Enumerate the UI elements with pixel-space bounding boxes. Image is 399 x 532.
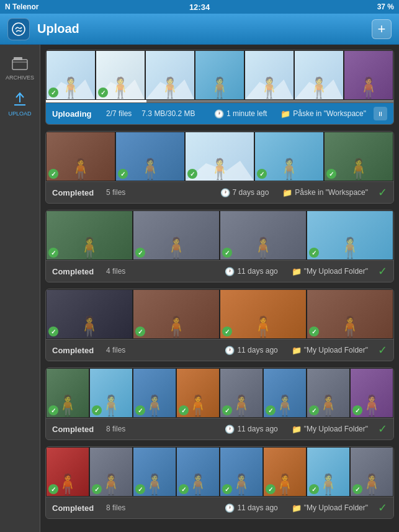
check-badge: ✓ <box>309 327 319 336</box>
clock-icon: 🕐 <box>214 109 224 119</box>
folder-name: "My Upload Folder" <box>304 425 368 433</box>
thumbnail-row: 🧍✓🧍✓🧍✓🧍✓ <box>46 289 393 339</box>
check-badge: ✓ <box>48 327 58 336</box>
time-text: 1 minute left <box>226 109 267 118</box>
person-silhouette: 🧍 <box>338 236 362 259</box>
check-badge: ✓ <box>309 248 319 258</box>
thumbnail-item[interactable]: 🧍✓ <box>220 448 262 496</box>
sidebar-item-archives[interactable]: ARCHIVES <box>0 50 40 86</box>
thumbnail-item[interactable]: 🧍✓ <box>264 448 306 496</box>
status-label: Completed <box>52 267 99 276</box>
time-info: 🕐 1 minute left <box>214 109 267 119</box>
thumbnail-item[interactable]: 🧍✓ <box>47 369 89 417</box>
check-badge: ✓ <box>135 327 145 336</box>
time-info: 🕐 11 days ago <box>225 503 277 513</box>
svg-rect-1 <box>12 60 27 70</box>
thumbnail-item[interactable]: 🧍 <box>295 51 343 99</box>
thumbnail-item[interactable]: 🧍✓ <box>133 448 176 496</box>
add-button[interactable]: + <box>372 19 392 39</box>
thumbnail-item[interactable]: 🧍✓ <box>220 211 306 259</box>
thumbnail-row: 🧍✓🧍✓🧍✓🧍✓🧍✓🧍✓🧍✓🧍✓ <box>46 368 393 418</box>
thumbnail-item[interactable]: 🧍✓ <box>220 290 306 338</box>
thumbnail-item[interactable]: 🧍✓ <box>186 132 254 181</box>
thumbnail-item[interactable]: 🧍✓ <box>47 51 95 99</box>
thumbnail-item[interactable]: 🧍✓ <box>47 290 132 338</box>
thumbnail-item[interactable]: 🧍✓ <box>133 290 219 338</box>
thumbnail-item[interactable]: 🧍✓ <box>351 369 393 417</box>
sidebar: ARCHIVES UPLOAD <box>0 45 40 532</box>
person-silhouette: 🧍 <box>58 76 83 99</box>
battery-label: 37 % <box>377 2 394 11</box>
time-text: 11 days ago <box>237 346 277 354</box>
check-badge: ✓ <box>352 484 362 494</box>
person-silhouette: 🧍 <box>142 472 167 496</box>
thumbnail-item[interactable]: 🧍✓ <box>307 369 349 417</box>
folder-info: 📁 "My Upload Folder" <box>292 503 368 513</box>
thumbnail-row: 🧍✓🧍✓🧍✓🧍✓🧍✓ <box>46 132 393 181</box>
check-badge: ✓ <box>326 169 336 179</box>
size-info: 7.3 MB/30.2 MB <box>141 109 195 118</box>
thumbnail-item[interactable]: 🧍✓ <box>307 211 393 259</box>
status-label: Uploading <box>52 109 99 119</box>
thumbnail-item[interactable]: 🧍✓ <box>177 369 219 417</box>
thumbnail-item[interactable]: 🧍✓ <box>133 369 176 417</box>
person-silhouette: 🧍 <box>207 157 232 181</box>
app-logo <box>7 18 30 40</box>
person-silhouette: 🧍 <box>257 76 282 99</box>
person-silhouette: 🧍 <box>316 394 341 417</box>
folder-icon: 📁 <box>292 503 302 513</box>
thumbnail-item[interactable]: 🧍✓ <box>264 369 306 417</box>
thumbnail-item[interactable]: 🧍✓ <box>133 211 219 259</box>
thumbnail-item[interactable]: 🧍 <box>195 51 244 99</box>
top-bar: Upload + <box>0 14 399 45</box>
check-badge: ✓ <box>352 405 362 415</box>
thumbnail-item[interactable]: 🧍 <box>146 51 194 99</box>
person-silhouette: 🧍 <box>272 472 297 496</box>
check-badge: ✓ <box>179 405 189 415</box>
person-silhouette: 🧍 <box>55 472 80 496</box>
thumbnail-item[interactable]: 🧍✓ <box>177 448 219 496</box>
folder-info: 📁 Påske in "Workspace" <box>280 109 366 119</box>
check-badge: ✓ <box>222 248 232 258</box>
archives-icon <box>11 55 29 72</box>
clock-icon: 🕐 <box>225 503 235 513</box>
person-silhouette: 🧍 <box>316 472 341 496</box>
status-bar: N Telenor 12:34 37 % <box>0 0 399 14</box>
thumbnail-item[interactable]: 🧍✓ <box>255 132 323 181</box>
check-badge: ✓ <box>92 484 102 494</box>
thumbnail-item[interactable]: 🧍✓ <box>307 448 349 496</box>
archives-label: ARCHIVES <box>6 74 34 81</box>
thumbnail-item[interactable]: 🧍 <box>344 51 393 99</box>
clock-icon: 🕐 <box>225 346 235 355</box>
thumbnail-item[interactable]: 🧍✓ <box>47 448 89 496</box>
folder-name: Påske in "Workspace" <box>295 188 368 197</box>
thumbnail-item[interactable]: 🧍✓ <box>116 132 184 181</box>
thumbnail-row: 🧍✓🧍✓🧍✓🧍✓ <box>46 210 393 260</box>
folder-name: "My Upload Folder" <box>304 503 368 512</box>
completed-check-icon: ✓ <box>378 343 387 357</box>
batch-card-batch3: 🧍✓🧍✓🧍✓🧍✓ Completed 4 files 🕐 11 days ago… <box>45 289 394 361</box>
thumbnail-item[interactable]: 🧍✓ <box>96 51 145 99</box>
info-bar: Completed 8 files 🕐 11 days ago 📁 "My Up… <box>46 497 393 518</box>
thumbnail-item[interactable]: 🧍 <box>245 51 294 99</box>
files-count: 5 files <box>106 188 125 197</box>
thumbnail-item[interactable]: 🧍✓ <box>351 448 393 496</box>
thumbnail-item[interactable]: 🧍✓ <box>325 132 393 181</box>
thumbnail-item[interactable]: 🧍✓ <box>307 290 393 338</box>
pause-button[interactable]: ⏸ <box>374 107 387 120</box>
folder-icon: 📁 <box>292 267 302 276</box>
person-silhouette: 🧍 <box>229 394 254 417</box>
sidebar-item-upload[interactable]: UPLOAD <box>0 86 40 122</box>
check-badge: ✓ <box>222 405 232 415</box>
check-badge: ✓ <box>266 405 276 415</box>
check-badge: ✓ <box>48 248 58 258</box>
thumbnail-item[interactable]: 🧍✓ <box>47 132 115 181</box>
thumbnail-item[interactable]: 🧍✓ <box>90 448 132 496</box>
thumbnail-item[interactable]: 🧍✓ <box>220 369 262 417</box>
person-silhouette: 🧍 <box>99 472 123 496</box>
check-badge: ✓ <box>98 88 108 97</box>
thumbnail-item[interactable]: 🧍✓ <box>90 369 132 417</box>
thumbnail-item[interactable]: 🧍✓ <box>47 211 132 259</box>
folder-icon: 📁 <box>292 425 302 434</box>
check-badge: ✓ <box>48 484 58 494</box>
